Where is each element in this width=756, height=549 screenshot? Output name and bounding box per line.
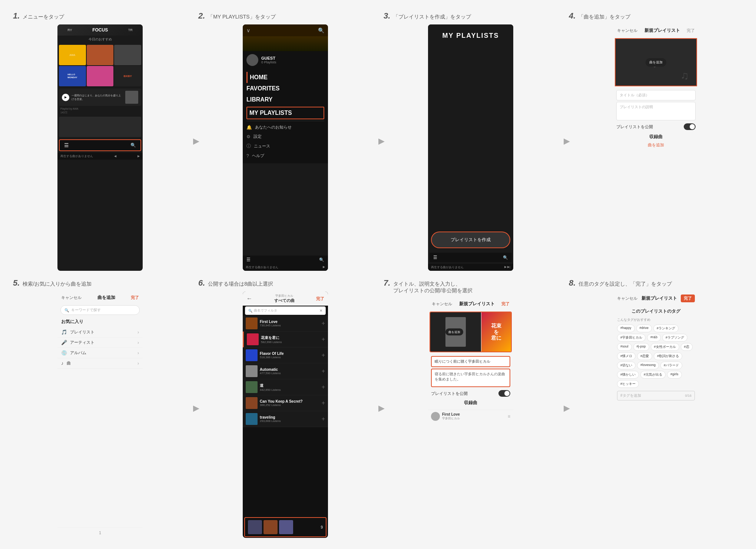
- s4-add-song-overlay-btn[interactable]: 曲を追加: [646, 58, 666, 67]
- s6-selected-bar: 9: [244, 517, 326, 537]
- add-song-btn-4[interactable]: +: [322, 368, 325, 375]
- s5-album-item[interactable]: 💿 アルバム ›: [57, 348, 143, 358]
- s1-next-icon[interactable]: ▶: [137, 154, 140, 158]
- tag-ranking[interactable]: #ランキング: [653, 325, 679, 332]
- tag-nostalgic[interactable]: #懐かしい: [617, 371, 639, 379]
- s5-search-bar[interactable]: 🔍 キーワードで探す: [60, 305, 140, 315]
- add-song-btn-3[interactable]: +: [322, 352, 325, 359]
- step-6-header: 6. 公開する場合は8曲以上選択: [198, 278, 273, 288]
- song-name-4: Automatic: [260, 367, 319, 372]
- s4-toggle[interactable]: [684, 123, 696, 130]
- s3-title: MY PLAYLISTS: [428, 24, 513, 47]
- s6-filter[interactable]: 🔍 曲名でフィルタ ✕: [245, 306, 326, 315]
- chevron-down-icon[interactable]: ∨: [246, 27, 250, 33]
- drag-handle-icon[interactable]: ≡: [508, 414, 510, 419]
- tag-happy[interactable]: #happy: [617, 325, 635, 332]
- add-song-btn-6[interactable]: +: [322, 400, 325, 406]
- s7-songs-section: 収録曲: [431, 398, 510, 407]
- search-icon-4: 🔍: [248, 309, 252, 313]
- search-icon[interactable]: 🔍: [130, 143, 136, 148]
- step-7-header: 7. タイトル、説明文を入力し、 プレイリストの公開/非公開を選択: [384, 278, 472, 294]
- s4-title-input[interactable]: タイトル（必須）: [616, 90, 696, 100]
- step-8-header: 8. 任意のタグを設定し、「完了」をタップ: [569, 278, 672, 288]
- s6-done-btn[interactable]: 完了: [316, 296, 324, 302]
- s7-desc-input[interactable]: 寝る前に聴きたい宇多田ヒカルさんの楽曲を集めました。: [431, 369, 510, 387]
- tag-energy[interactable]: #元気が出る: [640, 371, 666, 379]
- nav-settings[interactable]: ⚙ 設定: [246, 132, 324, 141]
- tag-love-song[interactable]: #ラブソング: [662, 334, 687, 342]
- s4-add-song-link[interactable]: 曲を追加: [616, 141, 696, 149]
- s4-done-btn[interactable]: 完了: [687, 28, 695, 33]
- s3-controls[interactable]: ▶ ▶|: [504, 265, 510, 269]
- tag-romance[interactable]: #恋愛: [637, 352, 652, 360]
- tag-female-vocal[interactable]: #女性ボーカル: [651, 343, 679, 351]
- s4-desc-input[interactable]: プレイリストの説明: [616, 102, 696, 120]
- s7-toggle[interactable]: [498, 390, 510, 397]
- s6-clear-btn[interactable]: ✕: [319, 309, 322, 313]
- tag-retro[interactable]: #懐メロ: [617, 352, 636, 360]
- s2-hamburger[interactable]: ☰: [246, 257, 251, 262]
- s1-prev-icon[interactable]: ◀: [114, 154, 116, 158]
- s1-thumb-2: [87, 45, 114, 65]
- tag-soul[interactable]: #soul: [617, 343, 632, 351]
- tag-hikki[interactable]: #ヒッキー: [617, 380, 639, 388]
- step-1-label: メニューをタップ: [23, 14, 64, 20]
- hamburger-icon[interactable]: ☰: [64, 142, 69, 148]
- nav-notifications[interactable]: 🔔 あなたへのお知らせ: [246, 123, 324, 132]
- s5-playlist-item[interactable]: 🎵 プレイリスト ›: [57, 327, 143, 337]
- add-song-btn-7[interactable]: +: [322, 416, 325, 422]
- song-name-7: traveling: [260, 415, 319, 419]
- s8-add-tag-input[interactable]: #タグを追加 0/16: [617, 391, 695, 400]
- s7-form: 眠りにつく前に聴く宇多田ヒカル 寝る前に聴きたい宇多田ヒカルさんの楽曲を集めまし…: [428, 354, 513, 410]
- s7-cancel-btn[interactable]: キャンセル: [432, 301, 452, 307]
- s7-song-info: First Love 宇多田ヒカル: [442, 412, 505, 420]
- nav-news[interactable]: ⓘ ニュース: [246, 141, 324, 151]
- song-thumb-1: [246, 317, 258, 329]
- add-song-btn-1[interactable]: +: [322, 320, 325, 327]
- create-playlist-btn[interactable]: プレイリストを作成: [431, 232, 510, 248]
- s5-done-btn[interactable]: 完了: [131, 295, 139, 300]
- tag-drive[interactable]: #drive: [636, 325, 652, 332]
- s5-cancel-btn[interactable]: キャンセル: [61, 295, 82, 300]
- tag-ballad[interactable]: #バラード: [660, 362, 682, 369]
- s4-cancel-btn[interactable]: キャンセル: [617, 28, 637, 33]
- tag-lovesong[interactable]: #lovesong: [637, 362, 659, 369]
- tag-rb[interactable]: #r&b: [647, 334, 661, 342]
- tag-love[interactable]: #恋: [681, 343, 693, 351]
- nav-home[interactable]: HOME: [246, 72, 324, 83]
- s8-done-btn[interactable]: 完了: [681, 295, 695, 302]
- s5-song-item[interactable]: ♪ 曲 ›: [57, 358, 143, 369]
- nav-library[interactable]: LIBRARY: [246, 94, 324, 105]
- tag-lyrics[interactable]: #歌詞が刺さる: [654, 352, 682, 360]
- song-listens-6: 366,252 Listens: [260, 403, 319, 407]
- nav-help[interactable]: ? ヘルプ: [246, 151, 324, 160]
- s8-cancel-btn[interactable]: キャンセル: [617, 296, 637, 301]
- s8-title: 新規プレイリスト: [641, 295, 677, 302]
- s6-back-btn[interactable]: ←: [246, 295, 252, 302]
- s1-thumb-5: BXBY: [114, 66, 141, 86]
- table-row: 花束を君に 582,996 Listens +: [243, 332, 328, 347]
- add-song-btn-5[interactable]: +: [322, 384, 325, 390]
- step-7-arrow: ▶: [564, 403, 570, 413]
- step-6-label: 公開する場合は8曲以上選択: [208, 281, 273, 287]
- tag-sad[interactable]: #切ない: [617, 362, 636, 369]
- s7-title-input[interactable]: 眠りにつく前に聴く宇多田ヒカル: [431, 356, 510, 367]
- s5-artist-item[interactable]: 🎤 アーティスト ›: [57, 337, 143, 348]
- tag-girls[interactable]: #girls: [667, 371, 682, 379]
- s7-done-btn[interactable]: 完了: [501, 301, 510, 307]
- s3-hamburger[interactable]: ☰: [433, 255, 437, 260]
- s1-play-btn[interactable]: ▶: [62, 94, 69, 101]
- s4-songs-section: 収録曲: [616, 132, 696, 141]
- s2-search-bottom[interactable]: 🔍: [319, 257, 324, 262]
- s2-next[interactable]: ▶: [323, 265, 325, 269]
- mic-icon: 🎤: [61, 340, 67, 345]
- search-icon-2[interactable]: 🔍: [318, 27, 324, 33]
- nav-favorites[interactable]: FAVORITES: [246, 83, 324, 94]
- s3-search[interactable]: 🔍: [503, 255, 508, 260]
- add-song-btn-2[interactable]: +: [322, 336, 325, 343]
- s7-add-song-overlay[interactable]: 曲を追加: [445, 329, 463, 336]
- tag-jpop[interactable]: #j-pop: [633, 343, 649, 351]
- tag-utada[interactable]: #宇多田ヒカル: [617, 334, 646, 342]
- nav-my-playlists[interactable]: MY PLAYLISTS: [246, 107, 324, 119]
- step-4: 4. 「曲を追加」をタップ キャンセル 新規プレイリスト 完了 ♪ ♫ 曲を追加…: [563, 7, 749, 274]
